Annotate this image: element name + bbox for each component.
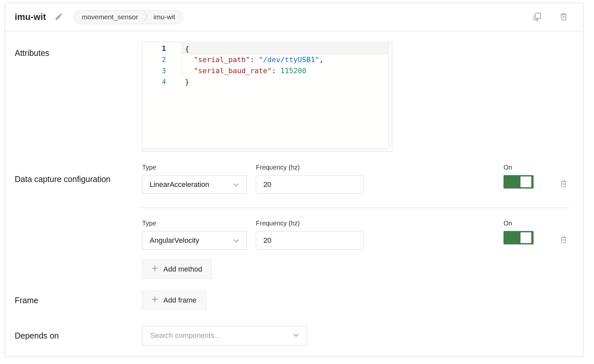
code-token: : [272, 67, 280, 75]
attributes-json-editor[interactable]: 1 { 2 "serial_path": "/dev/ttyUSB1", 3 "… [142, 42, 392, 152]
capture-row-divider [140, 207, 570, 208]
capture-type-select[interactable]: AngularVelocity [142, 231, 247, 250]
code-token: "serial_baud_rate" [194, 67, 272, 75]
frame-label: Frame [15, 296, 38, 305]
chevron-down-icon [233, 180, 239, 189]
type-label: Type [142, 219, 247, 227]
depends-on-section: Depends on [15, 326, 568, 345]
line-number: 4 [142, 76, 181, 88]
plus-icon [152, 296, 158, 305]
duplicate-component-button[interactable] [532, 11, 542, 23]
code-token: : [250, 56, 259, 64]
attributes-label: Attributes [15, 48, 49, 58]
capture-enabled-toggle[interactable] [503, 231, 534, 244]
component-header: imu-wit movement_sensor imu-wit [5, 3, 583, 31]
search-components-input[interactable] [150, 331, 293, 340]
trash-icon [559, 179, 568, 189]
capture-type-value: LinearAcceleration [150, 180, 209, 189]
code-token: } [185, 78, 189, 86]
depends-on-label: Depends on [15, 331, 59, 340]
duplicate-icon [532, 11, 542, 23]
delete-capture-method-button[interactable] [559, 179, 568, 189]
code-line: 2 "serial_path": "/dev/ttyUSB1", [142, 54, 392, 65]
toggle-on-label: On [503, 219, 534, 227]
toggle-knob [520, 232, 531, 243]
pencil-icon [55, 12, 63, 22]
plus-icon [152, 265, 158, 273]
capture-method-row: Type AngularVelocity Frequency (hz) [142, 219, 568, 250]
frequency-label: Frequency (hz) [256, 163, 364, 171]
delete-capture-method-button[interactable] [559, 235, 568, 245]
line-number: 1 [142, 43, 181, 54]
code-token: "serial_path" [194, 56, 250, 64]
chevron-down-icon [233, 236, 239, 245]
type-label: Type [142, 163, 247, 171]
capture-method-row: Type LinearAcceleration Frequency (hz) [142, 163, 568, 194]
code-token: , [319, 56, 323, 64]
code-token: "/dev/ttyUSB1" [259, 56, 319, 64]
capture-type-value: AngularVelocity [150, 236, 199, 245]
line-number: 3 [142, 65, 181, 76]
editor-vertical-scrollbar[interactable] [388, 42, 392, 148]
add-frame-label: Add frame [163, 296, 197, 305]
frequency-label: Frequency (hz) [256, 219, 364, 227]
add-method-button[interactable]: Add method [142, 259, 212, 279]
component-title: imu-wit [15, 12, 46, 22]
chevron-down-icon [293, 333, 299, 339]
rename-component-button[interactable] [55, 12, 63, 22]
code-token: 115200 [280, 67, 306, 75]
trash-icon [559, 235, 568, 245]
capture-frequency-input[interactable] [256, 231, 364, 250]
capture-type-select[interactable]: LinearAcceleration [142, 175, 247, 194]
component-card: imu-wit movement_sensor imu-wit [5, 3, 584, 357]
data-capture-section: Data capture configuration Type LinearAc… [15, 163, 568, 279]
depends-on-search[interactable] [142, 326, 307, 345]
trash-icon [559, 12, 569, 23]
code-line: 1 { [142, 43, 392, 54]
capture-enabled-toggle[interactable] [503, 175, 534, 189]
delete-component-button[interactable] [559, 12, 569, 23]
breadcrumb-type: movement_sensor [82, 13, 138, 21]
breadcrumb: movement_sensor imu-wit [74, 10, 183, 24]
line-number: 2 [142, 54, 181, 65]
editor-horizontal-scrollbar[interactable] [142, 148, 388, 151]
add-method-label: Add method [163, 265, 202, 273]
breadcrumb-name: imu-wit [154, 13, 175, 21]
indent-guide [182, 56, 182, 76]
toggle-knob [520, 176, 531, 187]
add-frame-button[interactable]: Add frame [142, 290, 206, 310]
attributes-section: Attributes 1 { 2 "serial_path": "/dev/tt… [15, 42, 568, 152]
code-line: 3 "serial_baud_rate": 115200 [142, 65, 392, 76]
code-token: { [185, 45, 189, 53]
code-line: 4 } [142, 76, 392, 88]
breadcrumb-chevron-icon [144, 11, 148, 23]
frame-section: Frame Add frame [15, 290, 568, 310]
capture-frequency-input[interactable] [256, 175, 364, 194]
toggle-on-label: On [503, 163, 534, 171]
data-capture-label: Data capture configuration [15, 174, 110, 184]
